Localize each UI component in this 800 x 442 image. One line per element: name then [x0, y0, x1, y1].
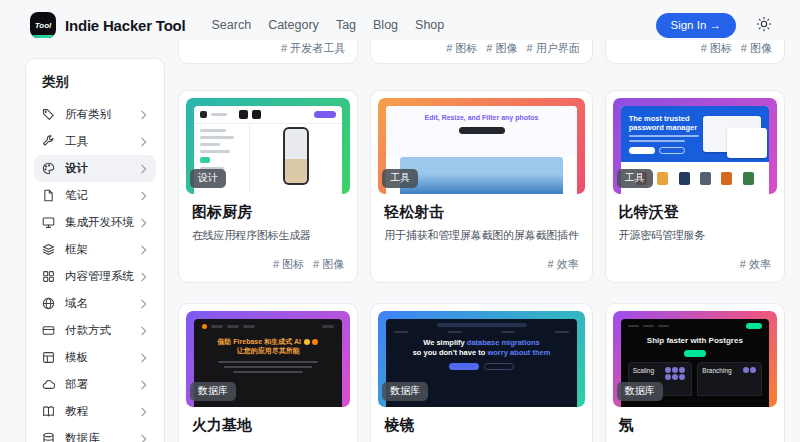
tool-title: 棱镜 [384, 415, 578, 435]
sidebar-item-design[interactable]: 设计 [34, 155, 156, 182]
chevron-right-icon [140, 430, 148, 442]
tool-card-firebase[interactable]: 借助 Firebase 和生成式 AI 让您的应用尽其所能 数据库 火力基地 [178, 303, 358, 442]
chevron-right-icon [140, 403, 148, 421]
category-badge[interactable]: 工具 [617, 169, 653, 188]
tool-screenshot-frame: Edit, Resize, and Filter any photos 工具 [378, 98, 584, 194]
tool-description: 用于捕获和管理屏幕截图的屏幕截图插件 [384, 228, 578, 243]
chevron-right-icon [140, 322, 148, 340]
tool-card-iconkitchen[interactable]: 设计 图标厨房 在线应用程序图标生成器 # 图标 # 图像 [178, 90, 358, 283]
app-logo-text: Tool [35, 21, 52, 30]
sun-icon [756, 16, 772, 35]
tool-card-bitwarden[interactable]: The most trusted password manager 工具 比特沃… [605, 90, 785, 283]
header: Tool Indie Hacker Tool Search Category T… [0, 0, 800, 40]
tool-card-prisma[interactable]: We simplify database migrations so you d… [370, 303, 592, 442]
page-title: Indie Hacker Tool [65, 17, 186, 34]
category-badge[interactable]: 设计 [190, 169, 226, 188]
sidebar-title: 类别 [34, 71, 156, 101]
sidebar-item-domains[interactable]: 域名 [34, 290, 156, 317]
tool-grid: # 开发者工具 # 图标 # 图像 # 用户界面 # 图标 # 图像 [178, 40, 785, 442]
sidebar-item-cms[interactable]: 内容管理系统 [34, 263, 156, 290]
nav-link-search[interactable]: Search [212, 18, 252, 32]
chevron-right-icon [140, 187, 148, 205]
tag-link[interactable]: # 图标 [273, 257, 304, 272]
sidebar-item-deployment[interactable]: 部署 [34, 371, 156, 398]
chevron-right-icon [140, 376, 148, 394]
tool-screenshot-frame: 设计 [186, 98, 350, 194]
palette-icon [42, 162, 55, 175]
tag-link[interactable]: # 图像 [486, 41, 517, 56]
tool-title: 氖 [619, 415, 771, 435]
category-badge[interactable]: 数据库 [382, 382, 428, 401]
sidebar-item-databases[interactable]: 数据库 [34, 425, 156, 442]
tool-description: 在线应用程序图标生成器 [192, 228, 344, 243]
tool-description: 开源密码管理服务 [619, 228, 771, 243]
tag-link[interactable]: # 效率 [740, 257, 771, 272]
chevron-right-icon [140, 349, 148, 367]
chevron-right-icon [140, 106, 148, 124]
tool-screenshot-frame: We simplify database migrations so you d… [378, 311, 584, 407]
tag-link[interactable]: # 开发者工具 [281, 41, 345, 56]
tag-link[interactable]: # 用户界面 [527, 41, 580, 56]
partial-card[interactable]: # 开发者工具 [178, 40, 358, 64]
sidebar-item-tutorials[interactable]: 教程 [34, 398, 156, 425]
sidebar-item-frameworks[interactable]: 框架 [34, 236, 156, 263]
tag-icon [42, 108, 55, 121]
chevron-right-icon [140, 268, 148, 286]
tool-title: 图标厨房 [192, 202, 344, 222]
tool-screenshot-frame: The most trusted password manager 工具 [613, 98, 777, 194]
category-badge[interactable]: 数据库 [190, 382, 236, 401]
wrench-icon [42, 135, 55, 148]
tool-screenshot-frame: Ship faster with Postgres Scaling Branch… [613, 311, 777, 407]
nav-link-category[interactable]: Category [268, 18, 319, 32]
gemini-spark-icon [304, 339, 310, 345]
partial-card[interactable]: # 图标 # 图像 [605, 40, 785, 64]
tool-card-neon[interactable]: Ship faster with Postgres Scaling Branch… [605, 303, 785, 442]
main-area: 类别 所有类别 工具 设计 笔记 集成开发环境 框架 [0, 40, 800, 442]
sign-in-button[interactable]: Sign In → [656, 13, 737, 38]
monitor-icon [42, 216, 55, 229]
tag-link[interactable]: # 图像 [313, 257, 344, 272]
database-icon [42, 432, 55, 442]
tool-title: 比特沃登 [619, 202, 771, 222]
credit-card-icon [42, 324, 55, 337]
tag-link[interactable]: # 图像 [741, 41, 772, 56]
nav-link-tag[interactable]: Tag [336, 18, 356, 32]
sidebar-item-payments[interactable]: 付款方式 [34, 317, 156, 344]
nav-link-blog[interactable]: Blog [373, 18, 398, 32]
tool-title: 火力基地 [192, 415, 344, 435]
tool-screenshot-frame: 借助 Firebase 和生成式 AI 让您的应用尽其所能 数据库 [186, 311, 350, 407]
layers-icon [42, 243, 55, 256]
cloud-icon [42, 378, 55, 391]
note-icon [42, 189, 55, 202]
tool-card-shot[interactable]: Edit, Resize, and Filter any photos 工具 轻… [370, 90, 592, 283]
chevron-right-icon [140, 241, 148, 259]
chevron-right-icon [140, 214, 148, 232]
sidebar-item-ide[interactable]: 集成开发环境 [34, 209, 156, 236]
chevron-right-icon [140, 133, 148, 151]
chevron-right-icon [140, 160, 148, 178]
tag-link[interactable]: # 效率 [548, 257, 579, 272]
template-icon [42, 351, 55, 364]
globe-icon [42, 297, 55, 310]
firebase-flame-icon [312, 339, 318, 345]
category-badge[interactable]: 数据库 [617, 382, 663, 401]
category-badge[interactable]: 工具 [382, 169, 418, 188]
grid-icon [42, 270, 55, 283]
category-sidebar: 类别 所有类别 工具 设计 笔记 集成开发环境 框架 [25, 58, 165, 442]
sidebar-item-tools[interactable]: 工具 [34, 128, 156, 155]
sidebar-item-all-categories[interactable]: 所有类别 [34, 101, 156, 128]
sidebar-item-templates[interactable]: 模板 [34, 344, 156, 371]
partial-card[interactable]: # 图标 # 图像 # 用户界面 [370, 40, 592, 64]
chevron-right-icon [140, 295, 148, 313]
tag-link[interactable]: # 图标 [446, 41, 477, 56]
theme-toggle-button[interactable] [756, 16, 772, 35]
nav-link-shop[interactable]: Shop [415, 18, 444, 32]
tag-link[interactable]: # 图标 [701, 41, 732, 56]
main-nav: Search Category Tag Blog Shop [212, 18, 445, 32]
tool-title: 轻松射击 [384, 202, 578, 222]
sidebar-item-notes[interactable]: 笔记 [34, 182, 156, 209]
app-logo[interactable]: Tool [30, 12, 56, 38]
book-icon [42, 405, 55, 418]
